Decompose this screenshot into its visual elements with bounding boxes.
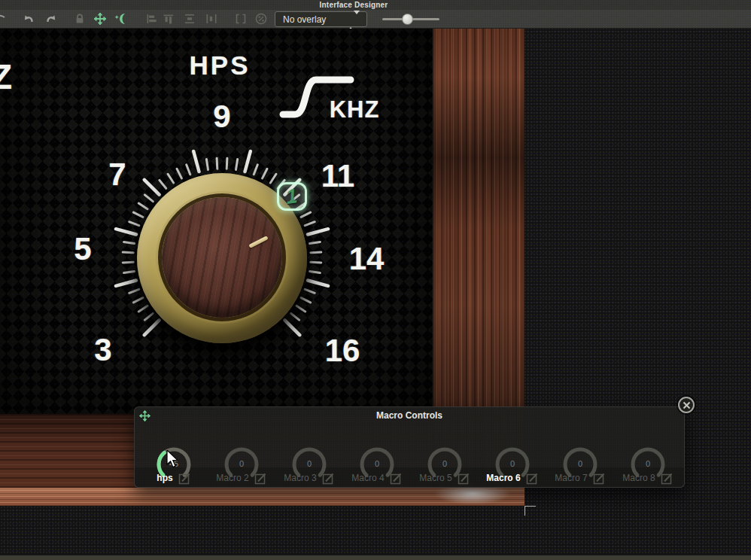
rename-macro-icon[interactable] bbox=[178, 472, 191, 485]
percent-circle-icon[interactable] bbox=[255, 13, 267, 25]
knob-unit-label: KHZ bbox=[330, 96, 380, 123]
macro-knob-value: 0 bbox=[494, 459, 531, 468]
scale-label-9: 9 bbox=[213, 99, 230, 135]
macro-cell: 0 Macro 3 bbox=[275, 422, 343, 488]
redo-icon[interactable] bbox=[44, 13, 57, 25]
toolbar: No overlay bbox=[0, 10, 751, 29]
macro-cell: 0 Macro 7 bbox=[546, 422, 614, 488]
rename-macro-icon[interactable] bbox=[593, 472, 606, 485]
align-left-icon[interactable] bbox=[146, 14, 157, 24]
macro-label: hps bbox=[157, 473, 172, 483]
macro-label: Macro 6 bbox=[486, 473, 520, 483]
macro-knob-value: 0 bbox=[562, 459, 598, 468]
move-tool-icon[interactable] bbox=[94, 13, 107, 26]
knob-title-label: HPS bbox=[190, 50, 251, 81]
macro-label: Macro 8 bbox=[622, 473, 655, 483]
window-title: Interface Designer bbox=[278, 1, 429, 9]
macro-cell: 0 Macro 4 bbox=[343, 422, 411, 488]
title-bar: Interface Designer bbox=[0, 0, 751, 10]
macro-knob-value: 45 bbox=[156, 459, 192, 468]
zoom-slider-thumb[interactable] bbox=[402, 14, 413, 25]
macro-cell: 0 Macro 2 bbox=[208, 422, 275, 488]
undo-icon[interactable] bbox=[23, 13, 36, 25]
scale-label-16: 16 bbox=[325, 333, 360, 369]
distribute-vertical-icon[interactable] bbox=[184, 14, 196, 24]
zoom-slider[interactable] bbox=[382, 18, 439, 20]
macro-label: Macro 2 bbox=[216, 473, 248, 483]
overlay-dropdown[interactable]: No overlay bbox=[275, 11, 367, 27]
edge-partial-label: Z bbox=[0, 56, 12, 97]
automation-badge-number: 1 bbox=[284, 184, 299, 209]
macro-cell: 0 Macro 8 bbox=[614, 422, 682, 488]
canvas-resize-corner[interactable] bbox=[524, 506, 536, 516]
scale-label-11: 11 bbox=[321, 158, 354, 194]
macro-knob-value: 0 bbox=[427, 459, 463, 468]
interface-designer-window: Interface Designer bbox=[0, 0, 751, 560]
macro-knob-value: 0 bbox=[223, 459, 260, 468]
close-icon bbox=[683, 401, 691, 409]
align-top-icon[interactable] bbox=[163, 14, 175, 24]
overlay-dropdown-value: No overlay bbox=[283, 14, 326, 25]
dropdown-arrows-icon bbox=[348, 14, 360, 28]
rename-macro-icon[interactable] bbox=[322, 472, 335, 485]
macro-label: Macro 5 bbox=[419, 473, 452, 483]
macro-knob-value: 0 bbox=[630, 459, 666, 468]
scale-label-7: 7 bbox=[108, 157, 126, 193]
edit-curve-icon[interactable] bbox=[0, 13, 8, 25]
brackets-icon[interactable] bbox=[236, 14, 247, 24]
bottom-status-bar bbox=[0, 555, 751, 560]
scale-label-14: 14 bbox=[349, 241, 385, 277]
macro-cell: 0 Macro 5 bbox=[411, 422, 479, 488]
rename-macro-icon[interactable] bbox=[390, 472, 403, 485]
macro-knob-value: 0 bbox=[291, 459, 327, 468]
lock-icon[interactable] bbox=[74, 13, 85, 25]
scale-label-5: 5 bbox=[74, 231, 91, 267]
rename-macro-icon[interactable] bbox=[458, 472, 470, 485]
rename-macro-icon[interactable] bbox=[526, 472, 539, 485]
rename-macro-icon[interactable] bbox=[661, 472, 673, 485]
macro-label: Macro 3 bbox=[284, 473, 316, 483]
macro-cell: 0 Macro 6 bbox=[479, 422, 546, 488]
panel-title: Macro Controls bbox=[135, 410, 684, 421]
macro-controls-panel: Macro Controls 45 hps 0 M bbox=[134, 406, 685, 488]
distribute-horizontal-icon[interactable] bbox=[206, 14, 217, 24]
rename-macro-icon[interactable] bbox=[254, 472, 267, 485]
scale-label-3: 3 bbox=[94, 332, 111, 368]
hps-knob-cap[interactable] bbox=[162, 197, 282, 318]
macro-knob-value: 0 bbox=[359, 459, 395, 468]
macro-knob-row: 45 hps 0 Macro 2 bbox=[140, 422, 682, 488]
macro-cell: 45 hps bbox=[140, 422, 208, 488]
close-button[interactable] bbox=[678, 397, 695, 413]
macro-label: Macro 4 bbox=[351, 473, 384, 483]
moon-wand-icon[interactable] bbox=[114, 13, 128, 26]
macro-label: Macro 7 bbox=[555, 473, 587, 483]
automation-badge: 1 bbox=[277, 182, 307, 211]
